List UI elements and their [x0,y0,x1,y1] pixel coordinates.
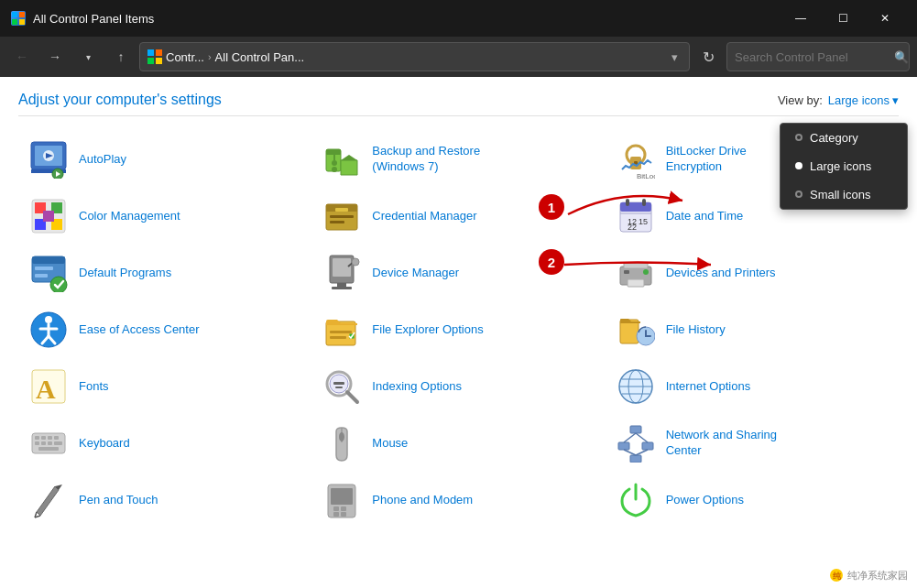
dropdown-label-category: Category [810,131,858,145]
address-chevron[interactable]: ▾ [668,47,682,68]
svg-rect-84 [35,436,39,440]
svg-line-99 [624,433,636,442]
dropdown-item-large-icons[interactable]: Large icons [781,152,907,180]
search-box[interactable]: 🔍 [726,42,910,71]
control-item-color-management[interactable]: Color Management [18,188,311,245]
control-item-devices-printers[interactable]: Devices and Printers [606,245,899,301]
internet-icon [617,367,655,406]
control-item-backup[interactable]: Backup and Restore(Windows 7) [311,131,605,188]
datetime-label: Date and Time [666,209,744,224]
svg-line-101 [624,450,636,455]
dropdown-item-small-icons[interactable]: Small icons [781,180,907,209]
control-item-file-explorer[interactable]: File Explorer Options [311,301,605,358]
svg-rect-7 [156,58,162,64]
radio-large-icons [795,162,802,169]
view-by-value: Large icons [828,93,890,107]
internet-label: Internet Options [666,379,751,395]
control-item-phone[interactable]: Phone and Modem [311,472,605,528]
svg-point-18 [332,167,337,172]
fonts-icon: A [29,367,68,406]
control-item-internet[interactable]: Internet Options [606,358,899,415]
svg-rect-47 [35,274,48,278]
bitlocker-label: BitLocker DriveEncryption [666,144,747,175]
mouse-label: Mouse [372,436,408,452]
keyboard-label: Keyboard [79,436,130,452]
control-item-indexing[interactable]: Indexing Options [311,358,605,415]
svg-rect-91 [54,441,62,445]
svg-rect-85 [41,436,46,440]
forward-button[interactable]: → [40,42,70,71]
default-programs-label: Default Programs [79,266,171,281]
svg-rect-30 [43,211,54,222]
control-item-network[interactable]: Network and SharingCenter [606,415,899,472]
indexing-label: Indexing Options [372,379,462,395]
power-label: Power Options [666,493,744,508]
maximize-button[interactable]: ☐ [822,0,864,37]
control-item-fonts[interactable]: A Fonts [18,358,311,415]
back-button[interactable]: ← [7,42,37,71]
app-icon [11,11,26,26]
datetime-icon: 12 15 22 [617,197,655,235]
dropdown-history-button[interactable]: ▾ [73,42,103,71]
watermark-text: 纯净系统家园 [847,569,908,583]
control-item-default-programs[interactable]: Default Programs [18,245,311,301]
svg-rect-89 [41,441,46,445]
svg-point-58 [643,269,649,275]
control-item-power[interactable]: Power Options [606,472,899,528]
title-bar: All Control Panel Items — ☐ ✕ [0,0,917,37]
svg-rect-90 [48,441,52,445]
svg-rect-88 [35,441,39,445]
network-icon [617,424,655,463]
svg-text:BitLocker: BitLocker [637,172,655,179]
svg-rect-77 [335,387,343,388]
svg-text:A: A [36,374,56,404]
watermark: 纯 纯净系统家园 [824,566,913,584]
svg-rect-35 [335,208,348,212]
control-item-device-manager[interactable]: Device Manager [311,245,605,301]
window-controls: — ☐ ✕ [780,0,906,37]
svg-rect-106 [331,488,353,505]
svg-rect-52 [332,287,352,289]
address-input[interactable]: Contr... › All Control Pan... ▾ [139,42,690,71]
network-label: Network and SharingCenter [666,428,777,459]
svg-point-48 [50,277,67,292]
view-by-control: View by: Large icons ▾ Category Large ic… [778,93,899,107]
control-item-mouse[interactable]: Mouse [311,415,605,472]
file-explorer-label: File Explorer Options [372,322,483,338]
svg-rect-38 [626,199,629,206]
svg-rect-4 [147,49,154,56]
control-item-autoplay[interactable]: AutoPlay [18,131,311,188]
address-bar: ← → ▾ ↑ Contr... › All Control Pan... ▾ … [0,37,917,77]
dropdown-item-category[interactable]: Category [781,124,907,152]
svg-text:纯: 纯 [832,572,842,581]
control-item-file-history[interactable]: File History [606,301,899,358]
svg-rect-6 [147,58,154,64]
color-management-icon [29,197,68,235]
minimize-button[interactable]: — [780,0,822,37]
backup-icon [322,140,361,179]
control-item-ease-access[interactable]: Ease of Access Center [18,301,311,358]
control-item-keyboard[interactable]: Keyboard [18,415,311,472]
view-by-dropdown[interactable]: Large icons ▾ [828,93,899,107]
power-icon [617,481,655,519]
pen-icon [29,481,68,519]
up-button[interactable]: ↑ [106,42,136,71]
control-item-pen[interactable]: Pen and Touch [18,472,311,528]
backup-label: Backup and Restore(Windows 7) [372,144,480,175]
autoplay-label: AutoPlay [79,152,126,168]
svg-point-17 [332,160,337,166]
svg-rect-37 [620,202,651,212]
svg-rect-108 [341,506,346,511]
refresh-button[interactable]: ↻ [693,42,723,71]
control-item-credential[interactable]: Credential Manager [311,188,605,245]
svg-rect-66 [330,331,352,333]
mouse-icon [322,424,361,463]
breadcrumb-2: All Control Pan... [215,50,305,64]
search-input[interactable] [735,50,889,64]
svg-rect-51 [337,283,346,287]
ease-access-icon [29,310,68,349]
close-button[interactable]: ✕ [864,0,906,37]
svg-rect-5 [156,49,162,56]
control-panel-grid: AutoPlay Backup and Restore(Windows 7) [18,131,899,528]
svg-rect-76 [333,382,344,385]
